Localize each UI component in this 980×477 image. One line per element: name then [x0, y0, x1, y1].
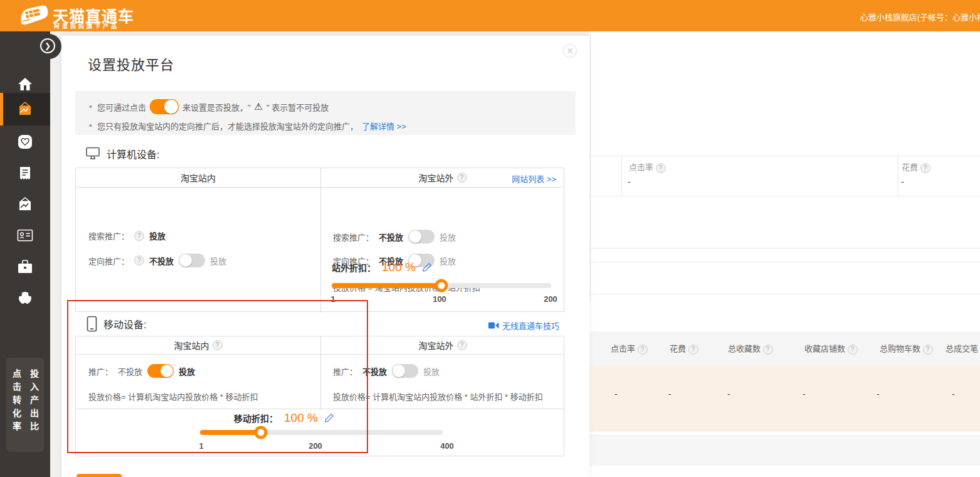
- mobile-in-promo-row: 推广： 不投放 投放: [88, 364, 195, 378]
- help-icon[interactable]: ?: [763, 345, 773, 355]
- state-on-label: 投放: [423, 365, 440, 377]
- sidebar-item-account[interactable]: [0, 219, 50, 252]
- mobile-in-promo-toggle[interactable]: [147, 364, 174, 378]
- summary-cell-value: -: [628, 177, 631, 187]
- confirm-button[interactable]: [76, 474, 122, 477]
- metric-panel[interactable]: 点击转化率 投入产出比: [6, 358, 44, 452]
- table-cell: -: [877, 389, 880, 399]
- help-icon[interactable]: ?: [688, 345, 698, 355]
- service-icon: [17, 290, 33, 306]
- tip-line-1: • 您可通过点击 来设置是否投放，" ⚠ " 表示暂不可投放: [89, 99, 329, 115]
- set-platform-modal: 设置投放平台 ✕ • 您可通过点击 来设置是否投放，" ⚠ " 表示暂不可投放 …: [61, 36, 589, 477]
- column-header: 点击率 ?: [611, 342, 648, 355]
- learn-more-link[interactable]: 了解详情 >>: [362, 120, 406, 132]
- mobile-discount: 移动折扣： 100 %: [234, 411, 334, 425]
- help-icon[interactable]: ?: [457, 340, 467, 350]
- state-on-label: 投放: [179, 365, 195, 377]
- state-off-label: 不投放: [379, 231, 403, 243]
- table-cell: -: [668, 389, 672, 399]
- tip-text: 您可通过点击: [97, 101, 146, 113]
- wireless-tips-link[interactable]: 无线直通车技巧: [502, 319, 559, 331]
- mobile-section-header: 移动设备:: [87, 316, 146, 332]
- sidebar-item-campaign[interactable]: [0, 93, 50, 126]
- help-icon[interactable]: ?: [638, 345, 648, 355]
- row-label: 推广：: [333, 365, 357, 377]
- discount-label: 站外折扣：: [332, 261, 376, 274]
- tip-text: 您只有投放淘宝站内的定向推广后，才能选择投放淘宝站外的定向推广，: [97, 120, 358, 132]
- sidebar-item-report[interactable]: [0, 157, 50, 190]
- pc-out-discount-slider[interactable]: [332, 283, 551, 288]
- account-card-icon: [17, 229, 33, 242]
- wireless-tips[interactable]: 无线直通车技巧: [488, 319, 559, 331]
- tips-panel: • 您可通过点击 来设置是否投放，" ⚠ " 表示暂不可投放 • 您只有投放淘宝…: [75, 91, 576, 135]
- tip-text: 来设置是否投放，": [182, 101, 251, 113]
- edit-pencil-icon[interactable]: [324, 413, 334, 423]
- account-name[interactable]: 心雅小栈旗舰店(子帐号：心雅小栈: [860, 11, 980, 23]
- mobile-discount-slider[interactable]: [200, 430, 443, 435]
- state-on-label: 投放: [210, 255, 226, 267]
- pc-out-search-toggle[interactable]: [408, 230, 435, 244]
- divider: [590, 196, 980, 196]
- table-cell: -: [614, 389, 618, 399]
- help-icon[interactable]: ?: [134, 231, 144, 241]
- column-header: 总成交笔: [946, 342, 978, 354]
- edit-pencil-icon[interactable]: [422, 262, 432, 272]
- sidebar-item-favorites[interactable]: [0, 126, 50, 158]
- help-icon[interactable]: ?: [920, 163, 930, 173]
- discount-value: 100 %: [284, 411, 318, 425]
- chevron-right-circle-icon[interactable]: ❯: [40, 38, 55, 53]
- column-header: 收藏店铺数 ?: [804, 342, 858, 355]
- slider-handle[interactable]: [254, 426, 267, 439]
- report-icon: [18, 166, 32, 181]
- summary-cell-label: 点击率 ?: [629, 161, 666, 173]
- divider: [320, 168, 321, 313]
- table-cell: -: [727, 389, 730, 399]
- tip-text: " 表示暂不可投放: [266, 101, 329, 113]
- mobile-out-promo-toggle[interactable]: [392, 364, 418, 378]
- row-label: 推广：: [88, 365, 113, 377]
- metric-roi: 投入产出比: [28, 369, 40, 452]
- row-label: 搜索推广：: [88, 230, 129, 242]
- close-icon[interactable]: ✕: [563, 44, 577, 58]
- sidebar: ❯: [0, 31, 50, 477]
- slider-tick: 200: [544, 294, 557, 304]
- section-title: 计算机设备:: [107, 146, 159, 161]
- table-row: [590, 366, 980, 432]
- divider: [76, 409, 565, 409]
- state-on-label: 投放: [149, 230, 166, 242]
- help-icon[interactable]: ?: [656, 163, 666, 173]
- help-icon[interactable]: ?: [848, 345, 858, 355]
- briefcase-icon: [17, 259, 33, 274]
- favorites-heart-icon: [17, 134, 33, 150]
- slider-handle[interactable]: [435, 279, 448, 292]
- pc-in-target-toggle[interactable]: [179, 254, 205, 267]
- help-icon[interactable]: ?: [457, 173, 467, 183]
- help-icon[interactable]: ?: [923, 345, 933, 355]
- column-header-taobao-in: 淘宝站内: [76, 168, 320, 187]
- video-icon: [488, 322, 499, 329]
- sidebar-item-creative[interactable]: [0, 188, 50, 221]
- sidebar-item-tools[interactable]: [0, 250, 50, 283]
- sidebar-item-service[interactable]: [0, 282, 50, 314]
- table-cell: -: [952, 389, 955, 399]
- row-label: 定向推广：: [88, 255, 129, 267]
- tmall-ztc-train-icon: [18, 4, 49, 27]
- computer-platform-table: 淘宝站内 淘宝站外? 网站列表 >> 搜索推广： ? 投放 定向推广： ? 不投…: [75, 168, 564, 312]
- column-header-taobao-in: 淘宝站内?: [76, 336, 320, 354]
- discount-label: 移动折扣：: [234, 412, 278, 424]
- tip-line-2: • 您只有投放淘宝站内的定向推广后，才能选择投放淘宝站外的定向推广， 了解详情 …: [89, 117, 406, 134]
- divider: [590, 248, 980, 249]
- divider: [898, 156, 898, 196]
- pc-out-discount: 站外折扣： 100 %: [332, 260, 432, 274]
- column-header: 花费 ?: [670, 342, 698, 355]
- bullet: •: [89, 121, 92, 131]
- state-off-label: 不投放: [149, 255, 174, 267]
- pc-out-search-row: 搜索推广： 不投放 投放: [333, 230, 456, 244]
- state-off-label: 不投放: [362, 365, 387, 377]
- metric-click-conversion: 点击转化率: [10, 369, 23, 452]
- help-icon[interactable]: ?: [134, 255, 144, 265]
- help-icon[interactable]: ?: [213, 340, 223, 350]
- page-root: 点击率 ? - 花费 ? - 点击率 ? 花费 ? 总收藏数 ? 收藏店铺数 ?…: [0, 0, 980, 477]
- column-header-taobao-out: 淘宝站外?: [320, 336, 565, 354]
- site-list-link[interactable]: 网站列表 >>: [512, 173, 556, 185]
